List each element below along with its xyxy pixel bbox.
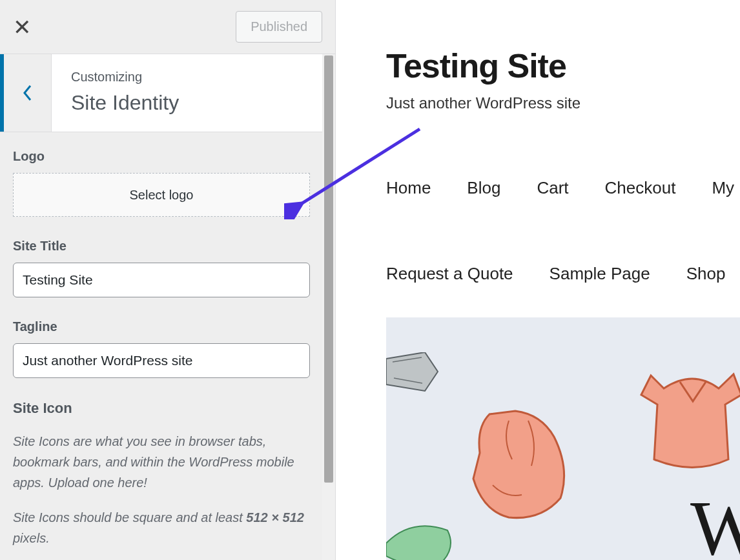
site-title-label: Site Title xyxy=(13,239,322,254)
desc2-bold: 512 × 512 xyxy=(246,510,304,525)
site-title-input[interactable] xyxy=(13,263,310,297)
nav-item-my[interactable]: My xyxy=(712,178,734,198)
nav-item-shop[interactable]: Shop xyxy=(686,264,726,284)
site-preview: Testing Site Just another WordPress site… xyxy=(336,0,740,560)
close-icon[interactable]: ✕ xyxy=(13,14,31,40)
shirt-illustration-salmon-2 xyxy=(638,369,740,479)
tagline-input[interactable] xyxy=(13,343,310,378)
shirt-illustration-grey xyxy=(386,352,444,404)
panel-body: Logo Select logo Site Title Tagline Site… xyxy=(0,132,335,560)
preview-hero: We xyxy=(386,317,740,560)
shirt-illustration-green xyxy=(386,517,457,560)
select-logo-button[interactable]: Select logo xyxy=(13,173,310,217)
nav-item-blog[interactable]: Blog xyxy=(467,178,500,198)
desc2-suffix: pixels. xyxy=(13,531,50,545)
shirt-illustration-salmon-1 xyxy=(470,408,573,524)
published-button[interactable]: Published xyxy=(236,11,322,43)
preview-header: Testing Site Just another WordPress site xyxy=(336,0,740,112)
section-title: Site Identity xyxy=(71,91,316,115)
preview-nav-row-1: Home Blog Cart Checkout My xyxy=(336,178,740,198)
tagline-label: Tagline xyxy=(13,319,322,334)
site-icon-label: Site Icon xyxy=(13,400,322,417)
back-button[interactable] xyxy=(0,54,52,132)
preview-hero-text: We xyxy=(690,484,740,560)
nav-item-sample-page[interactable]: Sample Page xyxy=(550,264,650,284)
logo-label: Logo xyxy=(13,149,322,164)
customizing-label: Customizing xyxy=(71,70,316,85)
nav-item-cart[interactable]: Cart xyxy=(537,178,568,198)
preview-site-title: Testing Site xyxy=(386,46,740,85)
preview-tagline: Just another WordPress site xyxy=(386,94,740,112)
nav-item-home[interactable]: Home xyxy=(386,178,431,198)
site-icon-description-2: Site Icons should be square and at least… xyxy=(13,507,310,548)
scroll-thumb[interactable] xyxy=(324,55,333,483)
panel-scrollbar[interactable] xyxy=(322,54,335,560)
customizer-top-bar: ✕ Published xyxy=(0,0,335,54)
section-title-block: Customizing Site Identity xyxy=(52,54,335,132)
chevron-left-icon xyxy=(21,83,34,103)
desc2-prefix: Site Icons should be square and at least xyxy=(13,510,246,525)
nav-item-checkout[interactable]: Checkout xyxy=(605,178,676,198)
customizer-panel: ✕ Published Customizing Site Identity Lo… xyxy=(0,0,336,560)
preview-nav-row-2: Request a Quote Sample Page Shop xyxy=(336,264,740,284)
site-icon-description-1: Site Icons are what you see in browser t… xyxy=(13,431,310,493)
section-header: Customizing Site Identity xyxy=(0,54,335,132)
nav-item-request-quote[interactable]: Request a Quote xyxy=(386,264,513,284)
